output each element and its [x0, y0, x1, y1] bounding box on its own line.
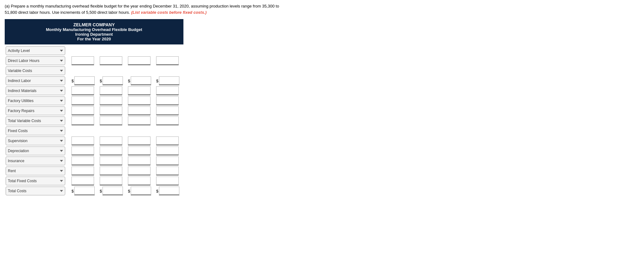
tc-input-1[interactable] [74, 187, 95, 195]
ins-input-1[interactable] [71, 157, 94, 165]
fr-input-2[interactable] [100, 106, 122, 115]
fu-input-2[interactable] [100, 96, 122, 105]
im-input-2-cell [99, 86, 127, 96]
dlh-input-1-cell [71, 56, 99, 66]
rent-select[interactable]: Rent [6, 167, 65, 175]
factory-repairs-select[interactable]: Factory Repairs [6, 106, 65, 115]
tvc-input-3[interactable] [128, 116, 150, 125]
dlh-input-3[interactable] [128, 56, 150, 65]
im-input-4[interactable] [156, 86, 179, 95]
tvc-input-2[interactable] [100, 116, 122, 125]
dep-input-4[interactable] [156, 147, 179, 155]
total-costs-row: Total Costs $ $ $ [5, 186, 183, 196]
activity-level-row: Activity Level [5, 46, 183, 56]
total-fixed-costs-select[interactable]: Total Fixed Costs [6, 177, 65, 185]
ins-input-4-cell [155, 156, 183, 166]
supervision-row: Supervision [5, 136, 183, 146]
instruction-highlight: (List variable costs before fixed costs.… [131, 10, 207, 15]
insurance-select[interactable]: Insurance [6, 157, 65, 165]
sup-input-2[interactable] [100, 136, 122, 145]
im-input-1[interactable] [71, 86, 94, 95]
ins-input-3[interactable] [128, 157, 150, 165]
im-input-2[interactable] [100, 86, 122, 95]
ins-input-2[interactable] [100, 157, 122, 165]
dep-input-4-cell [155, 146, 183, 156]
direct-labor-hours-row: Direct Labor Hours [5, 56, 183, 66]
fu-input-3[interactable] [128, 96, 150, 105]
indirect-labor-select[interactable]: Indirect Labor [6, 76, 65, 85]
indirect-labor-label-cell: Indirect Labor [5, 76, 71, 86]
tc-input-4[interactable] [159, 187, 179, 195]
il-dollar-sign-4: $ [156, 79, 158, 83]
dep-input-3[interactable] [128, 147, 150, 155]
tc-input-3[interactable] [131, 187, 151, 195]
table-container: ZELMER COMPANY Monthly Manufacturing Ove… [5, 19, 183, 196]
activity-level-input-4-cell [155, 46, 183, 56]
fr-input-3-cell [127, 106, 155, 116]
fr-input-4[interactable] [156, 106, 179, 115]
variable-costs-select[interactable]: Variable Costs [6, 66, 65, 75]
im-input-3-cell [127, 86, 155, 96]
tfc-input-1[interactable] [71, 177, 94, 185]
activity-level-input-3-cell [127, 46, 155, 56]
total-variable-costs-row: Total Variable Costs [5, 116, 183, 126]
indirect-materials-label-cell: Indirect Materials [5, 86, 71, 96]
im-input-3[interactable] [128, 86, 150, 95]
sup-input-4[interactable] [156, 136, 179, 145]
dep-input-1[interactable] [71, 147, 94, 155]
dlh-input-4[interactable] [156, 56, 179, 65]
il-input-4[interactable] [159, 76, 179, 85]
activity-level-label-cell: Activity Level [5, 46, 71, 56]
il-input-3[interactable] [131, 76, 151, 85]
il-input-2[interactable] [103, 76, 123, 85]
fu-input-3-cell [127, 96, 155, 106]
rent-row: Rent [5, 166, 183, 176]
tc-input-2[interactable] [103, 187, 123, 195]
company-name: ZELMER COMPANY [11, 22, 177, 27]
tfc-input-1-cell [71, 176, 99, 186]
tc-dollar-4-cell: $ [155, 186, 183, 196]
fu-input-1[interactable] [71, 96, 94, 105]
tfc-input-3[interactable] [128, 177, 150, 185]
tvc-input-4-cell [155, 116, 183, 126]
fr-input-1[interactable] [71, 106, 94, 115]
sup-input-3-cell [127, 136, 155, 146]
total-variable-costs-select[interactable]: Total Variable Costs [6, 116, 65, 125]
factory-repairs-row: Factory Repairs [5, 106, 183, 116]
rent-input-3[interactable] [128, 167, 150, 175]
ins-input-4[interactable] [156, 157, 179, 165]
tvc-input-4[interactable] [156, 116, 179, 125]
total-fixed-costs-row: Total Fixed Costs [5, 176, 183, 186]
fixed-costs-select[interactable]: Fixed Costs [6, 126, 65, 135]
supervision-select[interactable]: Supervision [6, 136, 65, 145]
dep-input-2-cell [99, 146, 127, 156]
dep-input-2[interactable] [100, 147, 122, 155]
depreciation-select[interactable]: Depreciation [6, 147, 65, 155]
vc-empty-3 [127, 66, 155, 76]
rent-input-1-cell [71, 166, 99, 176]
ins-input-1-cell [71, 156, 99, 166]
rent-input-4[interactable] [156, 167, 179, 175]
sup-input-3[interactable] [128, 136, 150, 145]
sup-input-1[interactable] [71, 136, 94, 145]
direct-labor-hours-select[interactable]: Direct Labor Hours [6, 56, 65, 65]
total-costs-select[interactable]: Total Costs [6, 187, 65, 195]
il-input-1[interactable] [74, 76, 95, 85]
rent-input-1[interactable] [71, 167, 94, 175]
indirect-materials-select[interactable]: Indirect Materials [6, 86, 65, 95]
dlh-input-2[interactable] [100, 56, 122, 65]
tvc-input-1[interactable] [71, 116, 94, 125]
factory-utilities-label-cell: Factory Utilities [5, 96, 71, 106]
activity-level-input-1-cell [71, 46, 99, 56]
ins-input-3-cell [127, 156, 155, 166]
dlh-input-1[interactable] [71, 56, 94, 65]
tfc-input-2[interactable] [100, 177, 122, 185]
activity-level-select[interactable]: Activity Level [6, 46, 65, 55]
rent-label-cell: Rent [5, 166, 71, 176]
rent-input-2[interactable] [100, 167, 122, 175]
tfc-input-4[interactable] [156, 177, 179, 185]
fu-input-4[interactable] [156, 96, 179, 105]
im-input-1-cell [71, 86, 99, 96]
factory-utilities-select[interactable]: Factory Utilities [6, 96, 65, 105]
fr-input-3[interactable] [128, 106, 150, 115]
